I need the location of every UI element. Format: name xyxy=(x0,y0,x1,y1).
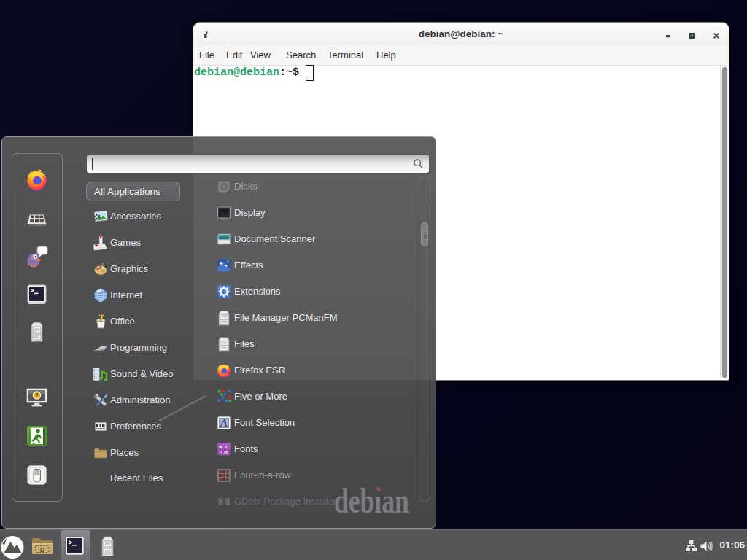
svg-text:A: A xyxy=(220,417,228,429)
svg-text:a: a xyxy=(220,449,222,456)
svg-text:D: D xyxy=(40,546,45,553)
svg-text:?: ? xyxy=(35,392,38,399)
svg-text:d: d xyxy=(224,449,228,456)
